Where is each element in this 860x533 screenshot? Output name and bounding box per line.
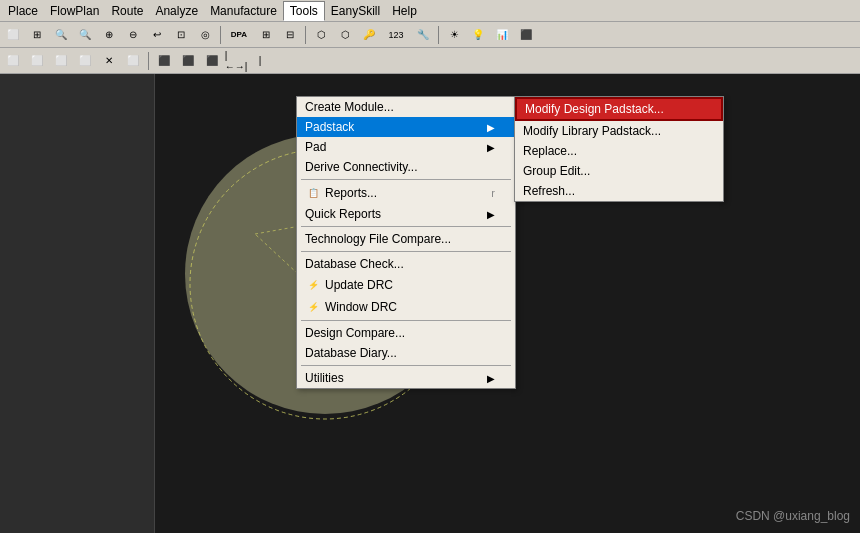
toolbar2-btn-4[interactable]: ⬜ bbox=[74, 51, 96, 71]
padstack-submenu: Modify Design Padstack... Modify Library… bbox=[514, 96, 724, 202]
toolbar-btn-zoom-3[interactable]: ⊕ bbox=[98, 25, 120, 45]
toolbar2-btn-8[interactable]: ⬛ bbox=[177, 51, 199, 71]
menu-sep-4 bbox=[301, 320, 511, 321]
toolbar-1: ⬜ ⊞ 🔍 🔍 ⊕ ⊖ ↩ ⊡ ◎ DPA ⊞ ⊟ ⬡ ⬡ 🔑 123 🔧 ☀ … bbox=[0, 22, 860, 48]
menubar-item-eanyskill[interactable]: EanySkill bbox=[325, 2, 386, 20]
menu-item-design-compare[interactable]: Design Compare... bbox=[297, 323, 515, 343]
menu-item-pad[interactable]: Pad ▶ bbox=[297, 137, 515, 157]
menu-item-derive-connectivity[interactable]: Derive Connectivity... bbox=[297, 157, 515, 177]
menu-item-update-drc[interactable]: ⚡ Update DRC bbox=[297, 274, 515, 296]
menubar-item-route[interactable]: Route bbox=[105, 2, 149, 20]
toolbar-sep-3 bbox=[438, 26, 439, 44]
menu-item-replace[interactable]: Replace... bbox=[515, 141, 723, 161]
toolbar-btn-zoom-4[interactable]: ⊖ bbox=[122, 25, 144, 45]
menu-sep-1 bbox=[301, 179, 511, 180]
toolbar2-btn-1[interactable]: ⬜ bbox=[2, 51, 24, 71]
toolbar-btn-dpa[interactable]: DPA bbox=[225, 25, 253, 45]
toolbar2-sep-1 bbox=[148, 52, 149, 70]
toolbar-btn-9[interactable]: ⊟ bbox=[279, 25, 301, 45]
menubar-item-tools[interactable]: Tools bbox=[283, 1, 325, 21]
toolbar-sep-1 bbox=[220, 26, 221, 44]
toolbar-sep-2 bbox=[305, 26, 306, 44]
toolbar-btn-1[interactable]: ⬜ bbox=[2, 25, 24, 45]
pad-arrow-icon: ▶ bbox=[487, 142, 495, 153]
toolbar2-btn-ruler[interactable]: |←→| bbox=[225, 51, 247, 71]
toolbar-btn-10[interactable]: ⬡ bbox=[310, 25, 332, 45]
left-panel bbox=[0, 74, 155, 533]
menubar-item-place[interactable]: Place bbox=[2, 2, 44, 20]
toolbar2-btn-3[interactable]: ⬜ bbox=[50, 51, 72, 71]
toolbar-btn-7[interactable]: ◎ bbox=[194, 25, 216, 45]
toolbar-btn-num[interactable]: 123 bbox=[382, 25, 410, 45]
menu-item-utilities[interactable]: Utilities ▶ bbox=[297, 368, 515, 388]
toolbar-btn-11[interactable]: ⬡ bbox=[334, 25, 356, 45]
toolbar-btn-12[interactable]: 🔑 bbox=[358, 25, 380, 45]
menu-item-padstack[interactable]: Padstack ▶ bbox=[297, 117, 515, 137]
padstack-arrow-icon: ▶ bbox=[487, 122, 495, 133]
toolbar2-btn-10[interactable]: | bbox=[249, 51, 271, 71]
reports-icon: 📋 bbox=[305, 185, 321, 201]
update-drc-icon: ⚡ bbox=[305, 277, 321, 293]
toolbar-btn-2[interactable]: ⊞ bbox=[26, 25, 48, 45]
toolbar-btn-light[interactable]: 💡 bbox=[467, 25, 489, 45]
toolbar-btn-chart[interactable]: 📊 bbox=[491, 25, 513, 45]
toolbar-btn-zoom-out[interactable]: 🔍 bbox=[74, 25, 96, 45]
menubar: Place FlowPlan Route Analyze Manufacture… bbox=[0, 0, 860, 22]
menu-item-database-check[interactable]: Database Check... bbox=[297, 254, 515, 274]
toolbar2-btn-6[interactable]: ⬜ bbox=[122, 51, 144, 71]
quick-reports-arrow-icon: ▶ bbox=[487, 209, 495, 220]
toolbar-btn-6[interactable]: ⊡ bbox=[170, 25, 192, 45]
toolbar-2: ⬜ ⬜ ⬜ ⬜ ✕ ⬜ ⬛ ⬛ ⬛ |←→| | bbox=[0, 48, 860, 74]
menu-item-tech-file[interactable]: Technology File Compare... bbox=[297, 229, 515, 249]
menu-item-reports[interactable]: 📋 Reports... r bbox=[297, 182, 515, 204]
menu-item-window-drc[interactable]: ⚡ Window DRC bbox=[297, 296, 515, 318]
main-area: Create Module... Padstack ▶ Pad ▶ Derive… bbox=[0, 74, 860, 533]
toolbar-btn-5[interactable]: ↩ bbox=[146, 25, 168, 45]
menu-sep-3 bbox=[301, 251, 511, 252]
menu-item-modify-design-padstack[interactable]: Modify Design Padstack... bbox=[515, 97, 723, 121]
toolbar2-btn-2[interactable]: ⬜ bbox=[26, 51, 48, 71]
menubar-item-manufacture[interactable]: Manufacture bbox=[204, 2, 283, 20]
menu-item-database-diary[interactable]: Database Diary... bbox=[297, 343, 515, 363]
toolbar-btn-8[interactable]: ⊞ bbox=[255, 25, 277, 45]
tools-menu: Create Module... Padstack ▶ Pad ▶ Derive… bbox=[296, 96, 516, 389]
menu-sep-2 bbox=[301, 226, 511, 227]
toolbar-btn-13[interactable]: 🔧 bbox=[412, 25, 434, 45]
menu-item-quick-reports[interactable]: Quick Reports ▶ bbox=[297, 204, 515, 224]
menu-item-create-module[interactable]: Create Module... bbox=[297, 97, 515, 117]
toolbar-btn-zoom-in[interactable]: 🔍 bbox=[50, 25, 72, 45]
menu-item-refresh[interactable]: Refresh... bbox=[515, 181, 723, 201]
toolbar-btn-sun[interactable]: ☀ bbox=[443, 25, 465, 45]
menu-sep-5 bbox=[301, 365, 511, 366]
toolbar2-btn-5[interactable]: ✕ bbox=[98, 51, 120, 71]
utilities-arrow-icon: ▶ bbox=[487, 373, 495, 384]
menubar-item-help[interactable]: Help bbox=[386, 2, 423, 20]
toolbar2-btn-9[interactable]: ⬛ bbox=[201, 51, 223, 71]
menubar-item-flowplan[interactable]: FlowPlan bbox=[44, 2, 105, 20]
watermark: CSDN @uxiang_blog bbox=[736, 509, 850, 523]
menu-item-group-edit[interactable]: Group Edit... bbox=[515, 161, 723, 181]
toolbar-btn-14[interactable]: ⬛ bbox=[515, 25, 537, 45]
menubar-item-analyze[interactable]: Analyze bbox=[149, 2, 204, 20]
menu-item-modify-library-padstack[interactable]: Modify Library Padstack... bbox=[515, 121, 723, 141]
toolbar2-btn-7[interactable]: ⬛ bbox=[153, 51, 175, 71]
window-drc-icon: ⚡ bbox=[305, 299, 321, 315]
